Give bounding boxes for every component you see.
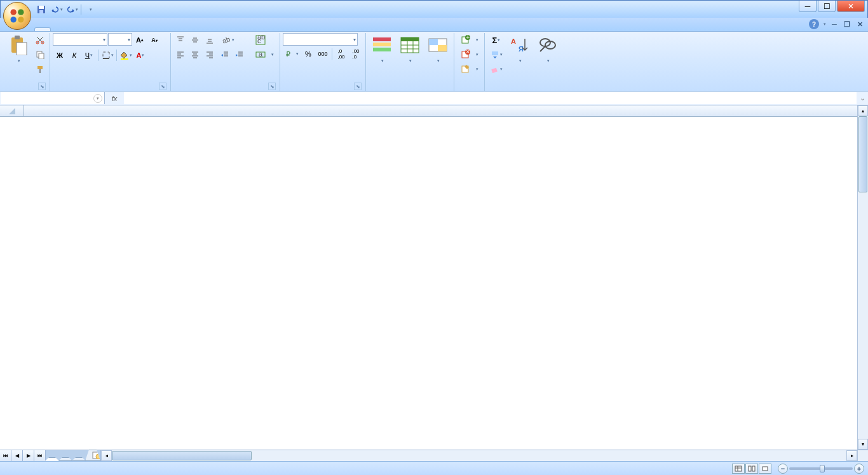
sort-filter-button[interactable]: АЯ ▾ [506, 33, 533, 66]
close-button[interactable]: ✕ [837, 1, 865, 12]
doc-restore-button[interactable]: ❐ [843, 20, 851, 29]
currency-button[interactable]: ₽▾ [283, 47, 301, 61]
conditional-formatting-button[interactable]: ▾ [369, 33, 395, 66]
minimize-button[interactable]: ─ [799, 1, 817, 12]
paste-button[interactable]: ▾ [5, 33, 32, 66]
decrease-decimal-button[interactable]: ,00,0 [349, 47, 363, 61]
zoom-in-button[interactable]: + [854, 464, 864, 474]
insert-cells-button[interactable]: +▾ [457, 33, 482, 47]
bold-button[interactable]: Ж [53, 48, 67, 62]
sheet-tab-3[interactable] [72, 457, 86, 461]
sheet-nav-prev[interactable]: ◀ [11, 450, 23, 461]
formula-input[interactable] [124, 92, 857, 104]
format-cells-button[interactable]: ▾ [457, 62, 482, 76]
autosum-button[interactable]: Σ▾ [487, 33, 505, 47]
tab-review[interactable] [123, 27, 140, 31]
align-top-button[interactable] [173, 33, 187, 47]
column-headers [0, 105, 857, 117]
comma-button[interactable]: 000 [316, 47, 330, 61]
clipboard-dialog-launcher[interactable]: ⬊ [38, 83, 46, 90]
redo-button[interactable]: ▾ [65, 3, 78, 16]
scroll-right-button[interactable]: ▸ [846, 450, 857, 461]
tab-view[interactable] [141, 27, 158, 31]
new-sheet-button[interactable] [85, 450, 100, 461]
format-as-table-button[interactable]: ▾ [397, 33, 423, 66]
help-icon[interactable]: ? [809, 19, 819, 29]
save-button[interactable] [35, 3, 48, 16]
delete-cells-button[interactable]: ×▾ [457, 48, 482, 62]
fill-color-button[interactable]: ▾ [119, 48, 133, 62]
border-button[interactable]: ▾ [100, 48, 114, 62]
number-dialog-launcher[interactable]: ⬊ [354, 83, 362, 90]
scroll-left-button[interactable]: ◂ [101, 450, 112, 461]
tab-insert[interactable] [52, 27, 69, 31]
orientation-button[interactable]: ab▾ [218, 33, 237, 47]
increase-indent-button[interactable] [233, 48, 247, 62]
doc-close-button[interactable]: ✕ [855, 20, 864, 29]
align-bottom-button[interactable] [203, 33, 217, 47]
merge-center-button[interactable]: a▾ [252, 48, 277, 62]
font-dialog-launcher[interactable]: ⬊ [159, 83, 166, 90]
ribbon: ▾ ⬊ ▾ ▾ A▴ A▾ Ж К Ч▾ ▾ [0, 32, 868, 91]
alignment-dialog-launcher[interactable]: ⬊ [268, 83, 276, 90]
view-page-break-button[interactable] [759, 464, 771, 474]
align-right-button[interactable] [203, 48, 217, 62]
vertical-scrollbar[interactable]: ▴ ▾ [857, 105, 868, 450]
view-normal-button[interactable] [732, 464, 745, 474]
select-all-corner[interactable] [0, 105, 24, 116]
increase-decimal-button[interactable]: ,0,00 [334, 47, 348, 61]
view-page-layout-button[interactable] [745, 464, 758, 474]
underline-button[interactable]: Ч▾ [82, 48, 96, 62]
sheet-nav-last[interactable]: ⏭ [34, 450, 46, 461]
decrease-indent-button[interactable] [218, 48, 232, 62]
tab-formulas[interactable] [88, 27, 104, 31]
svg-text:+: + [466, 35, 470, 41]
clear-button[interactable]: ▾ [487, 62, 505, 76]
italic-button[interactable]: К [67, 48, 81, 62]
formula-expand-button[interactable]: ⌄ [857, 91, 868, 105]
decrease-font-button[interactable]: A▾ [147, 33, 161, 47]
sheet-nav-next[interactable]: ▶ [23, 450, 34, 461]
increase-font-button[interactable]: A▴ [133, 33, 147, 47]
qat-customize-button[interactable]: ▾ [84, 3, 97, 16]
font-name-combo[interactable]: ▾ [53, 33, 107, 46]
cell-styles-button[interactable]: ▾ [424, 33, 451, 66]
font-size-combo[interactable]: ▾ [108, 33, 132, 46]
font-color-button[interactable]: A▾ [133, 48, 147, 62]
percent-button[interactable]: % [301, 47, 315, 61]
svg-rect-64 [438, 45, 447, 51]
sheet-nav-first[interactable]: ⏮ [0, 450, 11, 461]
tab-page-layout[interactable] [70, 27, 86, 31]
scroll-up-button[interactable]: ▴ [858, 105, 868, 116]
align-left-button[interactable] [173, 48, 187, 62]
zoom-out-button[interactable]: − [778, 464, 788, 474]
svg-rect-16 [103, 52, 109, 58]
doc-minimize-button[interactable]: ─ [830, 20, 839, 29]
zoom-slider[interactable] [789, 467, 853, 470]
sheet-tab-1[interactable] [45, 457, 59, 461]
format-painter-button[interactable] [33, 62, 47, 76]
insert-function-button[interactable]: fx [105, 95, 123, 102]
wrap-text-button[interactable]: abc [252, 33, 277, 47]
align-center-button[interactable] [188, 48, 202, 62]
undo-button[interactable]: ▾ [50, 3, 63, 16]
svg-rect-55 [373, 48, 391, 51]
tab-data[interactable] [105, 27, 122, 31]
scroll-down-button[interactable]: ▾ [858, 439, 868, 450]
number-format-combo[interactable]: ▾ [283, 33, 358, 46]
fill-button[interactable]: ▾ [487, 48, 505, 62]
horizontal-scrollbar[interactable]: ◂ ▸ [100, 450, 857, 461]
cut-button[interactable] [33, 33, 47, 47]
sheet-tab-2[interactable] [58, 457, 72, 461]
tab-home[interactable] [34, 27, 51, 31]
copy-button[interactable] [33, 48, 47, 62]
svg-text:×: × [466, 50, 470, 55]
find-select-button[interactable]: ▾ [534, 33, 561, 66]
help-dropdown[interactable]: ▾ [824, 22, 826, 27]
name-box[interactable]: ▾ [1, 92, 105, 104]
align-middle-button[interactable] [188, 33, 202, 47]
svg-rect-57 [401, 37, 419, 41]
maximize-button[interactable]: ☐ [818, 1, 836, 12]
cell-styles-icon [428, 35, 448, 55]
office-button[interactable] [3, 2, 31, 30]
